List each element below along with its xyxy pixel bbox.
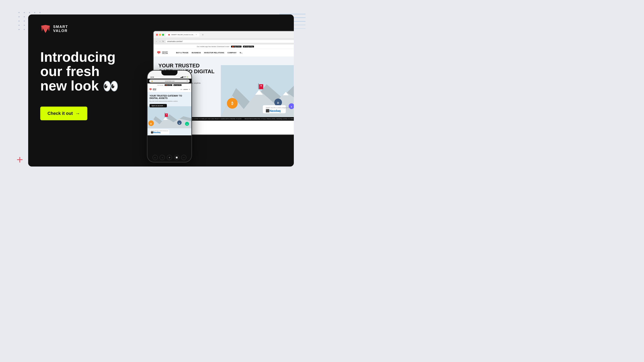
phone-mockup: 12:34 ▂▄▆ WiFi 🔋 🔒 smartvalor.com ⬆ Get … [147, 70, 192, 162]
nav-item-buy-trade[interactable]: BUY & TRADE [176, 52, 188, 54]
phone-forward-button[interactable]: → [160, 155, 165, 160]
svg-text:₿: ₿ [150, 123, 152, 125]
svg-text:D: D [179, 122, 180, 124]
cta-label: Check it out [48, 111, 73, 116]
phone-hero-subtitle: Buy, earn & sell cryptocurrencies anywhe… [150, 100, 190, 102]
svg-text:SMART VALOR is a listed compan: SMART VALOR is a listed company on [266, 107, 289, 109]
mountain-illustration: ₿ D S SMART VALOR is a listed company on [221, 65, 294, 117]
site-nav-items: BUY & TRADE BUSINESS INVESTOR RELATIONS … [176, 52, 242, 54]
phone-back-button[interactable]: ← [152, 155, 158, 160]
site-nav: SMART VALOR BUY & TRADE BUSINESS INVESTO… [154, 49, 294, 57]
phone-nasdaq-name: ⬛Nasdaq [151, 131, 168, 134]
right-panel: SMART VALOR | Invest in a br... ✕ + ← → … [141, 14, 294, 167]
svg-text:S: S [186, 124, 188, 125]
phone-bottom-bar: ← → + ⬜ ⋯ [148, 153, 192, 162]
phone-add-tab-button[interactable]: + [167, 155, 172, 160]
phone-hero: YOUR TRUSTED GATEWAY TO DIGITAL ASSETS B… [148, 92, 192, 128]
site-nav-logo: SMART VALOR [157, 51, 168, 54]
phone-app-store[interactable]: 🍎 App Store [164, 84, 172, 86]
browser-nav: ← → ↻ smartvalor.com/en/ [154, 38, 294, 44]
headline-line2: our fresh [40, 63, 100, 79]
svg-rect-23 [258, 83, 258, 89]
phone-mountain: ₿ D S [148, 106, 192, 128]
phone-share-icon[interactable]: ⬆ [186, 80, 188, 82]
svg-rect-44 [164, 113, 165, 117]
phone-nasdaq-section: SMART VALOR is a listed company on ⬛Nasd… [148, 128, 192, 135]
phone-open-account-label: Open an account → [152, 105, 165, 106]
google-play-badge[interactable]: ▶ Google Play [243, 46, 254, 47]
phone-signal: ▂▄▆ WiFi 🔋 [180, 76, 188, 78]
nav-item-company[interactable]: COMPANY [228, 52, 236, 54]
svg-rect-22 [261, 85, 262, 87]
nav-item-more[interactable]: N... [240, 52, 242, 54]
svg-rect-20 [259, 84, 263, 89]
phone-google-play[interactable]: ▶ Google Play [174, 84, 182, 86]
left-panel: SMART VALOR Introducing our fresh new lo… [28, 14, 141, 167]
phone-url-bar[interactable]: 🔒 smartvalor.com ⬆ [149, 79, 190, 83]
logo-smart: SMART [53, 25, 68, 29]
svg-marker-14 [158, 52, 160, 54]
nav-item-investor[interactable]: INVESTOR RELATIONS [204, 52, 224, 54]
site-topbar-notification: Our mobile app has landed. Download it n… [154, 44, 294, 49]
phone-hero-title: YOUR TRUSTED GATEWAY TO DIGITAL ASSETS [150, 94, 190, 99]
app-store-badge[interactable]: 🍎 App Store [231, 46, 242, 47]
smart-valor-logo-icon [40, 24, 51, 34]
headline-emoji: 👀 [103, 79, 119, 93]
svg-rect-43 [166, 114, 167, 115]
main-card: SMART VALOR Introducing our fresh new lo… [28, 14, 294, 167]
check-it-out-button[interactable]: Check it out → [40, 107, 87, 120]
logo-area: SMART VALOR [40, 24, 131, 34]
url-text: smartvalor.com/en/ [167, 40, 182, 42]
svg-rect-41 [165, 113, 168, 117]
phone-menu-icon[interactable]: ☰ [189, 89, 190, 90]
browser-dots [156, 34, 164, 36]
svg-text:S: S [291, 106, 292, 108]
phone-login[interactable]: LOG IN [183, 89, 188, 90]
nav-item-business[interactable]: BUSINESS [192, 52, 201, 54]
phone-site-topbar: Get the app! 🍎 App Store ▶ Google Play [148, 83, 192, 87]
svg-text:₿: ₿ [232, 102, 233, 105]
logo-valor: VALOR [53, 29, 68, 33]
phone-notch [162, 71, 178, 75]
headline-line1: Introducing [40, 49, 116, 64]
phone-nav-logo: SMARTVALOR [149, 88, 156, 91]
phone-open-account-button[interactable]: Open an account → [150, 104, 167, 107]
phone-site-nav: SMARTVALOR EN LOG IN ☰ [148, 87, 192, 92]
logo-text: SMART VALOR [53, 25, 68, 33]
phone-time: 12:34 [150, 76, 154, 78]
phone-url-text: smartvalor.com [165, 80, 174, 82]
phone-nasdaq-badge: SMART VALOR is a listed company on ⬛Nasd… [150, 129, 169, 134]
svg-text:⬛Nasdaq: ⬛Nasdaq [266, 109, 280, 113]
topbar-text: Our mobile app has landed. Download it n… [197, 46, 229, 47]
svg-marker-10 [168, 34, 170, 35]
browser-tab[interactable]: SMART VALOR | Invest in a br... ✕ [166, 33, 200, 37]
url-bar[interactable]: smartvalor.com/en/ [166, 40, 294, 43]
headline: Introducing our fresh new look 👀 [40, 50, 131, 93]
headline-line3: new look [40, 78, 99, 93]
phone-tabs-button[interactable]: ⬜ [174, 155, 179, 160]
cta-arrow-icon: → [75, 111, 80, 116]
browser-chrome: SMART VALOR | Invest in a br... ✕ + [154, 31, 294, 38]
page-container: + SMART VA [14, 8, 308, 173]
phone-more-button[interactable]: ⋯ [181, 155, 186, 160]
decorative-plus-icon: + [16, 154, 25, 163]
svg-text:D: D [277, 102, 279, 104]
phone-lang[interactable]: EN [180, 89, 182, 90]
svg-marker-36 [150, 89, 151, 90]
